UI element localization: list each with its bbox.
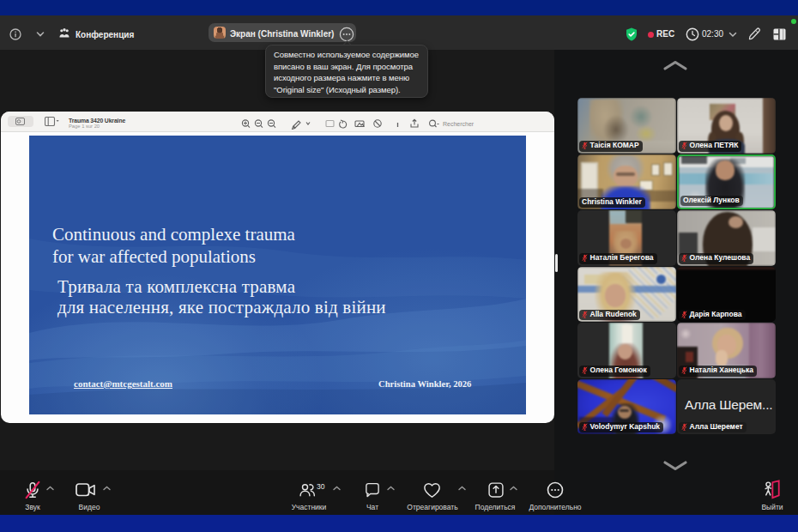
- svg-text:Rechercher: Rechercher: [443, 120, 475, 126]
